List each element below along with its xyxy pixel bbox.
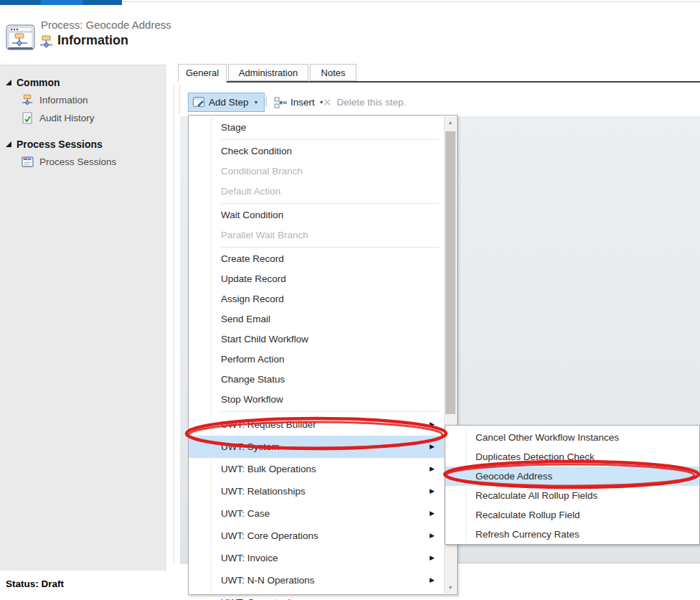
sidebar-item-label: Process Sessions (39, 156, 116, 167)
menu-item-uwt-system[interactable]: UWT: System ▶ (189, 436, 445, 458)
sidebar-item-label: Audit History (39, 113, 95, 123)
top-accent-segment (82, 0, 122, 5)
sidebar-item-audit-history[interactable]: Audit History (0, 109, 166, 127)
menu-item-label: UWT: Bulk Operations (221, 464, 316, 474)
delete-x-icon: ✕ (323, 96, 332, 109)
submenu-item-refresh-currency-rates[interactable]: Refresh Currency Rates (445, 525, 699, 544)
menu-item-assign-record[interactable]: Assign Record (189, 289, 445, 309)
menu-item-label: UWT: Case (221, 508, 270, 519)
menu-item-uwt-relationships[interactable]: UWT: Relationships ▶ (189, 480, 445, 502)
menu-item-check-condition[interactable]: Check Condition (189, 141, 445, 161)
menu-separator (221, 247, 439, 248)
status-text: Status: Draft (6, 578, 64, 589)
insert-icon (274, 97, 288, 108)
tab-general[interactable]: General (178, 64, 227, 83)
menu-separator (221, 203, 439, 204)
delete-step-button[interactable]: ✕ Delete this step. (323, 93, 406, 112)
menu-separator (221, 139, 439, 140)
submenu-item-recalculate-rollup-field[interactable]: Recalculate Rollup Field (445, 505, 699, 525)
submenu-item-geocode-address[interactable]: Geocode Address (445, 467, 699, 486)
menu-item-label: UWT: N-N Operations (221, 575, 315, 586)
menu-item-change-status[interactable]: Change Status (189, 370, 445, 390)
sidebar-item-information[interactable]: Information (0, 91, 166, 109)
menu-item-start-child-workflow[interactable]: Start Child Workflow (189, 329, 445, 350)
top-accent-segment (0, 0, 41, 5)
menu-separator (221, 411, 439, 412)
window-top-border (122, 1, 700, 2)
submenu-arrow-icon: ▶ (430, 458, 435, 480)
process-editor-window: { "header": { "process_label": "Process:… (0, 0, 700, 600)
menu-item-send-email[interactable]: Send Email (189, 309, 445, 329)
uwt-system-submenu: Cancel Other Workflow Instances Duplicat… (445, 425, 700, 545)
submenu-arrow-icon: ▶ (430, 525, 435, 547)
submenu-arrow-icon: ▶ (430, 569, 435, 591)
sidebar-item-process-sessions[interactable]: Process Sessions (0, 153, 166, 171)
menu-item-uwt-invoice[interactable]: UWT: Invoice ▶ (189, 547, 445, 569)
scroll-down-button[interactable]: ▼ (445, 581, 456, 594)
menu-item-update-record[interactable]: Update Record (189, 269, 445, 289)
menu-item-perform-action[interactable]: Perform Action (189, 350, 445, 370)
menu-item-uwt-core-operations[interactable]: UWT: Core Operations ▶ (189, 525, 445, 547)
menu-item-uwt-bulk-operations[interactable]: UWT: Bulk Operations ▶ (189, 458, 445, 480)
insert-label: Insert (290, 97, 315, 108)
menu-item-label: UWT: Request Builder (221, 419, 316, 430)
workflow-icon (39, 35, 54, 49)
toolbar-separator: | (265, 95, 268, 107)
content-left-border (174, 85, 174, 563)
menu-item-label: UWT: Relationships (221, 486, 306, 497)
scroll-up-button[interactable]: ▲ (445, 116, 456, 128)
top-accent-segment (41, 0, 82, 5)
submenu-arrow-icon: ▶ (430, 413, 435, 436)
menu-item-uwt-request-builder[interactable]: UWT: Request Builder ▶ (189, 413, 445, 436)
submenu-arrow-icon: ▶ (430, 547, 435, 569)
delete-step-label: Delete this step. (337, 97, 407, 108)
tab-administration[interactable]: Administration (228, 64, 308, 81)
add-step-menu: Stage Check Condition Conditional Branch… (188, 115, 458, 595)
toolbar-left-border (179, 84, 180, 115)
process-sessions-icon (22, 156, 34, 168)
menu-item-label: UWT: Opportunity (221, 597, 298, 600)
submenu-arrow-icon: ▶ (430, 436, 435, 458)
menu-item-uwt-opportunity[interactable]: UWT: Opportunity ▶ (189, 591, 445, 600)
process-window-icon (6, 24, 36, 52)
tab-notes[interactable]: Notes (310, 64, 356, 81)
sidebar-group-label: Common (16, 77, 60, 88)
menu-item-label: UWT: Core Operations (221, 530, 318, 541)
expand-triangle-icon (6, 80, 11, 85)
sidebar-group-process-sessions[interactable]: Process Sessions (0, 136, 166, 153)
sidebar-group-common[interactable]: Common (0, 74, 166, 91)
submenu-arrow-icon: ▶ (430, 502, 435, 525)
submenu-arrow-icon: ▶ (430, 480, 435, 502)
expand-triangle-icon (6, 141, 11, 147)
menu-item-default-action: Default Action (189, 182, 445, 202)
menu-item-stage[interactable]: Stage (189, 118, 445, 138)
process-subtitle: Process: Geocode Address (41, 19, 171, 31)
submenu-item-duplicates-detection-check[interactable]: Duplicates Detection Check (445, 447, 699, 467)
tabstrip-underline (227, 81, 700, 83)
add-step-icon (193, 97, 205, 108)
submenu-item-cancel-other-workflow-instances[interactable]: Cancel Other Workflow Instances (445, 428, 699, 447)
submenu-item-recalculate-all-rollup-fields[interactable]: Recalculate All Rollup Fields (445, 486, 699, 505)
menu-item-label: UWT: Invoice (221, 553, 278, 563)
caret-down-icon: ▼ (254, 100, 259, 105)
menu-item-stop-workflow[interactable]: Stop Workflow (189, 390, 445, 410)
audit-history-icon (22, 112, 34, 124)
menu-item-conditional-branch: Conditional Branch (189, 161, 445, 182)
add-step-button[interactable]: Add Step ▼ (188, 93, 265, 112)
insert-button[interactable]: Insert ▼ (274, 93, 324, 112)
scroll-thumb[interactable] (445, 131, 455, 414)
submenu-arrow-icon: ▶ (430, 591, 435, 600)
sidebar-group-label: Process Sessions (16, 139, 103, 150)
menu-item-parallel-wait-branch: Parallel Wait Branch (189, 225, 445, 245)
menu-item-uwt-nn-operations[interactable]: UWT: N-N Operations ▶ (189, 569, 445, 591)
sidebar-item-label: Information (39, 95, 88, 106)
add-step-label: Add Step (209, 97, 249, 108)
menu-item-label: UWT: System (221, 441, 280, 452)
menu-item-wait-condition[interactable]: Wait Condition (189, 205, 445, 225)
menu-item-uwt-case[interactable]: UWT: Case ▶ (189, 502, 445, 525)
menu-item-create-record[interactable]: Create Record (189, 249, 445, 269)
workflow-icon (22, 94, 34, 106)
page-title: Information (57, 33, 128, 48)
sidebar: Common Information Audit History Process… (0, 65, 166, 571)
